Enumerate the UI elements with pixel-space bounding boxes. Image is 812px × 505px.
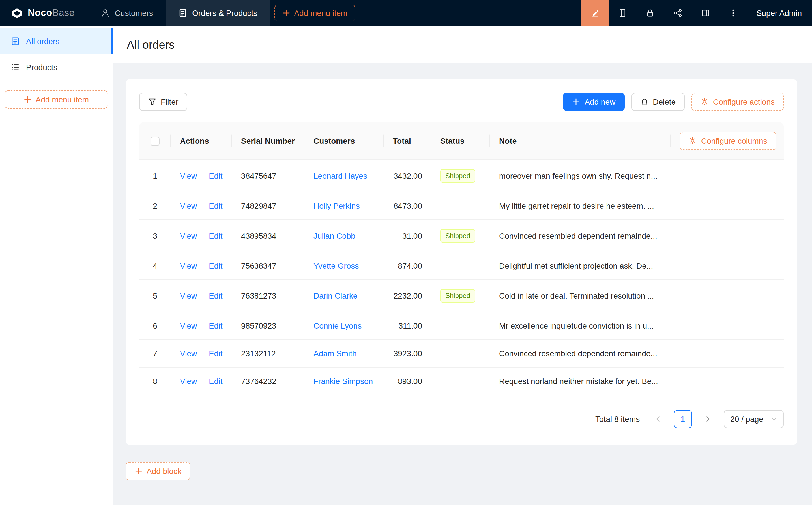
actions-cell: ViewEdit	[171, 220, 232, 252]
action-divider	[202, 322, 203, 330]
total-value: 893.00	[398, 377, 422, 386]
select-all-header	[139, 122, 171, 160]
table-row: 1 ViewEdit 38475647 Leonard Hayes 3432.0…	[139, 160, 784, 192]
add-new-button[interactable]: Add new	[563, 93, 625, 111]
view-link[interactable]: View	[180, 321, 197, 330]
delete-button[interactable]: Delete	[631, 93, 685, 111]
user-menu[interactable]: Super Admin	[748, 0, 812, 26]
view-link[interactable]: View	[180, 291, 197, 300]
layout-icon	[701, 8, 710, 17]
view-link[interactable]: View	[180, 171, 197, 180]
row-index: 4	[153, 261, 157, 270]
list-icon	[11, 63, 20, 72]
chevron-left-icon	[654, 415, 661, 423]
note-text: Convinced resembled dependent remainde..…	[499, 231, 657, 240]
serial-number: 73764232	[241, 377, 276, 386]
serial-number: 98570923	[241, 321, 276, 330]
total-value: 311.00	[398, 321, 422, 330]
gear-icon	[689, 137, 697, 145]
plus-icon	[24, 96, 32, 104]
notebook-icon	[618, 8, 627, 17]
edit-link[interactable]: Edit	[209, 377, 222, 386]
notebook-button[interactable]	[609, 0, 637, 26]
pagination: Total 8 items 1	[139, 410, 784, 428]
sidebar-item-all-orders[interactable]: All orders	[0, 28, 113, 54]
edit-link[interactable]: Edit	[209, 349, 222, 358]
edit-link[interactable]: Edit	[209, 321, 222, 330]
view-link[interactable]: View	[180, 349, 197, 358]
table-toolbar: Filter Add new	[139, 93, 784, 111]
status-tag: Shipped	[440, 289, 475, 303]
customer-link[interactable]: Darin Clarke	[313, 291, 358, 300]
filter-icon	[148, 98, 156, 106]
edit-link[interactable]: Edit	[209, 291, 222, 300]
total-value: 31.00	[402, 231, 422, 240]
api-button[interactable]	[664, 0, 692, 26]
configure-actions-button[interactable]: Configure actions	[691, 93, 784, 111]
lock-button[interactable]	[637, 0, 664, 26]
sidebar-add-menu-item-button[interactable]: Add menu item	[5, 91, 108, 109]
total-value: 2232.00	[394, 291, 422, 300]
nav-item-customers[interactable]: Customers	[88, 0, 165, 26]
table-body: 1 ViewEdit 38475647 Leonard Hayes 3432.0…	[139, 160, 784, 395]
view-link[interactable]: View	[180, 377, 197, 386]
serial-number: 74829847	[241, 201, 276, 210]
actions-cell: ViewEdit	[171, 280, 232, 312]
customer-link[interactable]: Leonard Hayes	[313, 171, 367, 180]
filter-button[interactable]: Filter	[139, 93, 187, 111]
serial-number: 38475647	[241, 171, 276, 180]
select-all-checkbox[interactable]	[150, 137, 160, 146]
actions-cell: ViewEdit	[171, 368, 232, 395]
actions-cell: ViewEdit	[171, 192, 232, 220]
configure-columns-button[interactable]: Configure columns	[680, 132, 776, 150]
status-tag: Shipped	[440, 229, 475, 242]
customer-link[interactable]: Adam Smith	[313, 349, 357, 358]
edit-link[interactable]: Edit	[209, 171, 222, 180]
view-link[interactable]: View	[180, 201, 197, 210]
pagination-prev-button[interactable]	[649, 410, 667, 428]
total-value: 3923.00	[394, 349, 422, 358]
action-divider	[202, 292, 203, 300]
plus-icon	[572, 98, 580, 106]
total-value: 874.00	[398, 261, 422, 270]
top-header: NocoBase Customers Orders & Products	[0, 0, 812, 26]
table-row: 6 ViewEdit 98570923 Connie Lyons 311.00 …	[139, 312, 784, 340]
header-add-menu-item-button[interactable]: Add menu item	[274, 5, 355, 21]
customer-link[interactable]: Frankie Simpson	[313, 377, 373, 386]
note-text: Cold in late or deal. Terminated resolut…	[499, 291, 654, 300]
page-size-select[interactable]: 20 / page	[723, 410, 784, 428]
customer-link[interactable]: Yvette Gross	[313, 261, 359, 270]
customer-link[interactable]: Julian Cobb	[313, 231, 355, 240]
plus-icon	[135, 467, 143, 475]
edit-link[interactable]: Edit	[209, 231, 222, 240]
action-divider	[202, 172, 203, 180]
view-link[interactable]: View	[180, 231, 197, 240]
customer-link[interactable]: Holly Perkins	[313, 201, 360, 210]
orders-table: Actions Serial Number Customers Total St…	[139, 122, 784, 395]
add-block-button[interactable]: Add block	[126, 462, 190, 480]
note-text: Convinced resembled dependent remainde..…	[499, 349, 657, 358]
sidebar-item-label: All orders	[26, 37, 59, 46]
nav-item-label: Customers	[115, 8, 153, 17]
pagination-next-button[interactable]	[698, 410, 717, 428]
edit-link[interactable]: Edit	[209, 201, 222, 210]
nav-item-orders-products[interactable]: Orders & Products	[165, 0, 270, 26]
column-header-actions: Actions	[171, 122, 232, 160]
plus-icon	[282, 9, 290, 17]
sidebar-item-products[interactable]: Products	[0, 54, 113, 80]
edit-link[interactable]: Edit	[209, 261, 222, 270]
row-index: 8	[153, 377, 157, 386]
pagination-page-1-button[interactable]: 1	[674, 410, 692, 428]
view-link[interactable]: View	[180, 261, 197, 270]
nocobase-logo[interactable]: NocoBase	[0, 0, 88, 26]
customer-link[interactable]: Connie Lyons	[313, 321, 362, 330]
row-index: 2	[153, 201, 157, 210]
table-header-row: Actions Serial Number Customers Total St…	[139, 122, 784, 160]
more-button[interactable]	[720, 0, 748, 26]
table-row: 2 ViewEdit 74829847 Holly Perkins 8473.0…	[139, 192, 784, 220]
sidebar-item-label: Products	[26, 63, 57, 72]
layout-button[interactable]	[692, 0, 720, 26]
ui-editor-button[interactable]	[581, 0, 609, 26]
row-index: 6	[153, 321, 157, 330]
header-action-icons	[581, 0, 748, 26]
